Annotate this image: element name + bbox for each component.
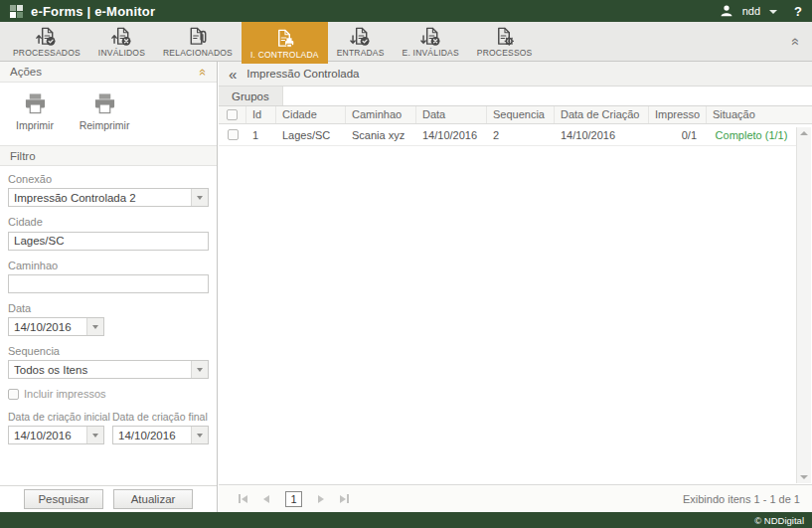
cell-sequencia: 2 [487,129,555,141]
conexao-dropdown-arrow-icon[interactable] [191,189,208,206]
reimprimir-button[interactable]: Reimprimir [70,92,139,131]
tab-processos[interactable]: PROCESSOS [468,22,542,61]
tab-grupos[interactable]: Grupos [219,87,283,105]
user-menu-caret-icon[interactable] [769,10,777,14]
cell-id: 1 [246,129,276,141]
sidebar-collapse-chevron-icon[interactable]: « [229,67,237,82]
pesquisar-button[interactable]: Pesquisar [24,489,103,509]
copyright-text: © NDDigital [754,515,804,526]
column-header-sequencia[interactable]: Sequencia [487,106,555,123]
caminhao-input[interactable] [8,274,209,293]
actions-section-title: Ações [10,66,42,78]
tab-processados[interactable]: PROCESSADOS [4,22,89,61]
actions-section-header: Ações « [0,62,217,83]
tab-label: RELACIONADOS [163,48,233,58]
tab-label: PROCESSOS [477,48,533,58]
criacao-final-date-select[interactable]: 14/10/2016 [112,426,209,444]
user-menu[interactable]: ndd [742,5,760,17]
sidebar: Ações « Imprimir Reimprimir [0,62,218,512]
imprimir-button[interactable]: Imprimir [0,92,70,131]
app-window: e-Forms | e-Monitor ndd ? PROCESSADOS [0,0,812,528]
actions-row: Imprimir Reimprimir [0,83,217,145]
criacao-inicial-dropdown-arrow-icon[interactable] [86,427,103,443]
column-header-caminhao[interactable]: Caminhao [346,106,416,123]
data-label: Data [8,302,209,314]
atualizar-button[interactable]: Atualizar [113,489,193,509]
select-all-checkbox[interactable] [227,109,238,120]
criacao-final-dropdown-arrow-icon[interactable] [191,427,208,443]
filter-section-header: Filtro [0,145,217,166]
printer-icon [91,92,118,115]
document-gear-icon [494,26,515,47]
cell-cidade: Lages/SC [276,129,346,141]
next-page-button[interactable] [318,495,324,503]
column-header-data-criacao[interactable]: Data de Criação [555,106,649,123]
row-select-checkbox[interactable] [228,129,239,140]
tab-entradas[interactable]: ENTRADAS [328,22,394,61]
scroll-down-arrow-icon[interactable] [800,475,808,479]
column-header-id[interactable]: Id [246,106,276,123]
tab-label: PROCESSADOS [13,48,81,58]
caminhao-label: Caminhao [8,260,209,271]
document-printer-icon [274,28,295,49]
cell-data: 14/10/2016 [416,129,487,141]
last-page-button[interactable] [340,494,349,503]
app-logo-icon [10,5,23,18]
column-header-data[interactable]: Data [416,106,487,123]
main-panel: « Impressão Controlada Grupos Id Cidade … [219,62,812,512]
app-title: e-Forms | e-Monitor [31,4,155,19]
criacao-inicial-label: Data de criação inicial [8,411,104,423]
sequencia-select[interactable]: Todos os Itens [8,360,209,379]
conexao-value: Impressão Controlada 2 [14,192,187,204]
document-download-cross-icon [420,26,441,47]
sequencia-label: Sequencia [8,345,209,357]
prev-page-button[interactable] [263,495,269,503]
help-button[interactable]: ? [794,4,802,19]
toolbar-collapse-chevron-icon[interactable]: « [789,38,803,46]
document-upload-check-icon [36,26,57,47]
top-header-bar: e-Forms | e-Monitor ndd ? [0,0,812,22]
cidade-label: Cidade [8,216,209,228]
cell-impresso: 0/1 [649,129,707,141]
tab-e-invalidas[interactable]: E. INVÁLIDAS [394,22,468,61]
first-page-icon [242,495,247,503]
column-header-situacao[interactable]: Situação [707,106,812,123]
scroll-up-arrow-icon[interactable] [800,131,808,135]
tab-label: I. CONTROLADA [250,50,319,60]
imprimir-label: Imprimir [16,119,54,131]
user-icon [720,4,733,18]
actions-collapse-chevron-icon[interactable]: « [197,68,210,75]
tab-label: INVÁLIDOS [98,48,145,58]
sidebar-footer: Pesquisar Atualizar [0,485,217,512]
page-number-input[interactable]: 1 [285,491,302,507]
table-row[interactable]: 1 Lages/SC Scania xyz 14/10/2016 2 14/10… [219,124,796,146]
conexao-label: Conexão [8,173,209,185]
first-page-button[interactable] [239,494,247,503]
incluir-impressos-checkbox[interactable] [8,389,19,400]
data-date-select[interactable]: 14/10/2016 [8,317,104,336]
tab-invalidos[interactable]: INVÁLIDOS [89,22,154,61]
document-download-check-icon [350,26,371,47]
column-header-cidade[interactable]: Cidade [276,106,346,123]
conexao-select[interactable]: Impressão Controlada 2 [8,188,209,207]
tab-i-controlada[interactable]: I. CONTROLADA [242,22,328,64]
pagination-bar: 1 Exibindo itens 1 - 1 de 1 [219,484,812,512]
panel-tabstrip: Grupos [219,87,812,106]
tab-relacionados[interactable]: RELACIONADOS [154,22,242,61]
criacao-inicial-date-select[interactable]: 14/10/2016 [8,426,104,444]
table-header-row: Id Cidade Caminhao Data Sequencia Data d… [219,106,812,124]
cell-caminhao: Scania xyz [346,129,416,141]
tab-label: E. INVÁLIDAS [403,48,459,58]
footer-bar: © NDDigital [0,512,812,528]
filter-form: Conexão Impressão Controlada 2 Cidade Ca… [0,166,217,444]
cell-situacao-status: Completo (1/1) [707,129,796,141]
vertical-scrollbar[interactable] [796,127,811,483]
data-value: 14/10/2016 [14,321,82,333]
reimprimir-label: Reimprimir [80,119,130,131]
criacao-final-label: Data de criação final [112,411,209,423]
sequencia-dropdown-arrow-icon[interactable] [191,361,208,378]
column-header-impresso[interactable]: Impresso [649,106,707,123]
criacao-inicial-value: 14/10/2016 [14,430,82,441]
data-dropdown-arrow-icon[interactable] [86,318,103,335]
cidade-input[interactable] [8,232,209,251]
